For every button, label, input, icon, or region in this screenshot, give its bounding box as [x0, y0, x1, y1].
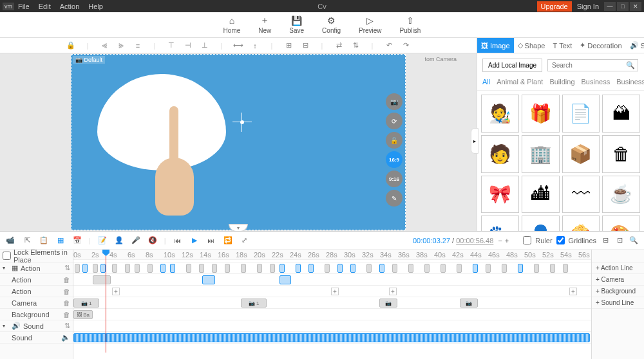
track-label-sound1[interactable]: ▾🔊Sound⇅ [0, 320, 73, 332]
note-icon[interactable]: 📝 [97, 236, 108, 244]
flip-h-icon[interactable]: ⇄ [334, 41, 344, 50]
clip[interactable] [408, 264, 413, 273]
clip[interactable] [534, 264, 539, 273]
lock-icon[interactable]: 🔒 [66, 41, 76, 50]
asset-item[interactable]: 🗑 [602, 135, 640, 173]
delete-icon[interactable]: 🗑 [63, 311, 70, 318]
clip[interactable] [147, 264, 153, 273]
track-label-action3[interactable]: Action🗑 [0, 286, 73, 297]
lock-tool-icon[interactable]: 🔓 [386, 132, 402, 149]
add-clip-icon[interactable]: + [331, 288, 339, 295]
clip[interactable] [550, 264, 555, 273]
asset-item[interactable]: 🎨 [602, 216, 640, 231]
tab-image[interactable]: 🖼Image [477, 38, 514, 53]
time-plus[interactable]: + [505, 237, 509, 244]
config-button[interactable]: ⚙Config [322, 15, 341, 34]
asset-item[interactable]: 👤 [522, 216, 560, 231]
mute-icon[interactable]: 🔇 [147, 236, 158, 244]
ratio-16-9-button[interactable]: 16:9 [386, 151, 402, 168]
sort-icon[interactable]: ⇅ [64, 322, 70, 330]
signin-button[interactable]: Sign In [573, 1, 603, 12]
play-icon[interactable]: ▶ [189, 236, 200, 244]
track-sound[interactable] [73, 332, 591, 344]
add-local-image-button[interactable]: Add Local Image [482, 59, 542, 72]
asset-item[interactable]: 🏔 [602, 95, 640, 133]
total-time[interactable]: 00:00:56.48 [456, 237, 493, 244]
clip[interactable] [100, 264, 106, 273]
add-clip-icon[interactable]: + [569, 288, 577, 295]
clip[interactable] [125, 264, 130, 273]
align-center-icon[interactable]: ⫸ [116, 42, 126, 50]
asset-item[interactable]: 🐾 [481, 216, 519, 231]
preview-button[interactable]: ▷Preview [359, 15, 382, 34]
menu-action[interactable]: Action [60, 3, 80, 10]
menu-help[interactable]: Help [88, 3, 103, 10]
audio-waveform[interactable] [73, 333, 590, 342]
minimize-button[interactable]: — [604, 2, 616, 11]
grid-icon[interactable]: ▦ [55, 236, 66, 244]
zoom-fit-icon[interactable]: ⊡ [614, 236, 625, 244]
add-sound-line[interactable]: + Sound Line [592, 297, 644, 309]
home-button[interactable]: ⌂Home [223, 15, 241, 34]
track-bg[interactable]: 🖼 Ba [73, 309, 591, 320]
clip[interactable] [160, 264, 166, 273]
clip[interactable] [366, 264, 372, 273]
next-icon[interactable]: ⏭ [206, 237, 216, 244]
tab-text[interactable]: TText [549, 38, 576, 53]
expand-icon[interactable]: ▾ [3, 323, 9, 329]
zoom-in-icon[interactable]: 🔍 [629, 236, 639, 244]
add-clip-icon[interactable]: + [112, 288, 120, 295]
tab-decoration[interactable]: ✦Decoration [576, 38, 625, 53]
add-background[interactable]: + Background [592, 286, 644, 297]
fullscreen-icon[interactable]: ⤢ [240, 236, 250, 244]
clip[interactable] [296, 264, 301, 273]
delete-icon[interactable]: 🗑 [63, 288, 70, 295]
loop-icon[interactable]: 🔁 [223, 236, 233, 244]
clip[interactable] [279, 264, 285, 273]
track-action1[interactable] [73, 262, 591, 274]
canvas[interactable]: 📷 Default tom Camera 📷 ⟳ 🔓 16:9 9:16 ✎ [71, 54, 406, 230]
clip[interactable] [502, 264, 507, 273]
maximize-button[interactable]: □ [617, 2, 629, 11]
rotate-tool-icon[interactable]: ⟳ [386, 113, 402, 129]
asset-item[interactable]: 🧑‍🎨 [481, 95, 519, 133]
asset-item[interactable]: 🎀 [481, 176, 519, 214]
camera-mode-icon[interactable]: 📹 [5, 236, 15, 244]
camera-clip[interactable]: 📷 1 [73, 299, 99, 308]
clip[interactable] [135, 264, 140, 273]
align-left-icon[interactable]: ⫷ [99, 42, 109, 50]
flip-v-icon[interactable]: ⇅ [350, 41, 361, 50]
clip[interactable] [93, 264, 98, 273]
track-label-action1[interactable]: ▾▦Action⇅ [0, 262, 73, 274]
track-action3[interactable]: + + + + [73, 286, 591, 297]
clip[interactable] [75, 264, 80, 273]
cat-animal[interactable]: Animal & Plant [497, 78, 543, 86]
redo-icon[interactable]: ↷ [401, 41, 411, 50]
canvas-stage[interactable]: 📷 Default tom Camera 📷 ⟳ 🔓 16:9 9:16 ✎ ▾ [0, 53, 477, 231]
clip[interactable] [186, 264, 191, 273]
clipboard-icon[interactable]: 📋 [39, 236, 49, 244]
bg-clip[interactable]: 🖼 Ba [73, 310, 93, 319]
clip[interactable] [337, 264, 343, 273]
time-minus[interactable]: − [498, 237, 502, 244]
prev-icon[interactable]: ⏮ [173, 237, 183, 244]
clip[interactable] [457, 264, 462, 273]
clip[interactable] [308, 264, 314, 273]
edit-tool-icon[interactable]: ✎ [386, 190, 402, 207]
ruler-checkbox[interactable] [523, 236, 531, 244]
asset-item[interactable]: 📄 [562, 95, 600, 133]
cat-all[interactable]: All [482, 78, 490, 86]
group-icon[interactable]: ⊞ [283, 41, 294, 50]
clip[interactable] [350, 264, 355, 273]
track-label-action2[interactable]: Action🗑 [0, 274, 73, 286]
delete-icon[interactable]: 🗑 [63, 299, 70, 307]
clip[interactable] [392, 264, 397, 273]
asset-item[interactable]: 🏙 [522, 176, 560, 214]
menu-edit[interactable]: Edit [39, 3, 51, 10]
clip[interactable] [112, 264, 117, 273]
person-icon[interactable]: 👤 [114, 236, 124, 244]
align-middle-icon[interactable]: ⊣ [183, 41, 193, 50]
cat-business2[interactable]: Business I [616, 78, 644, 86]
sort-icon[interactable]: ⇅ [64, 264, 70, 272]
undo-icon[interactable]: ↶ [384, 41, 394, 50]
